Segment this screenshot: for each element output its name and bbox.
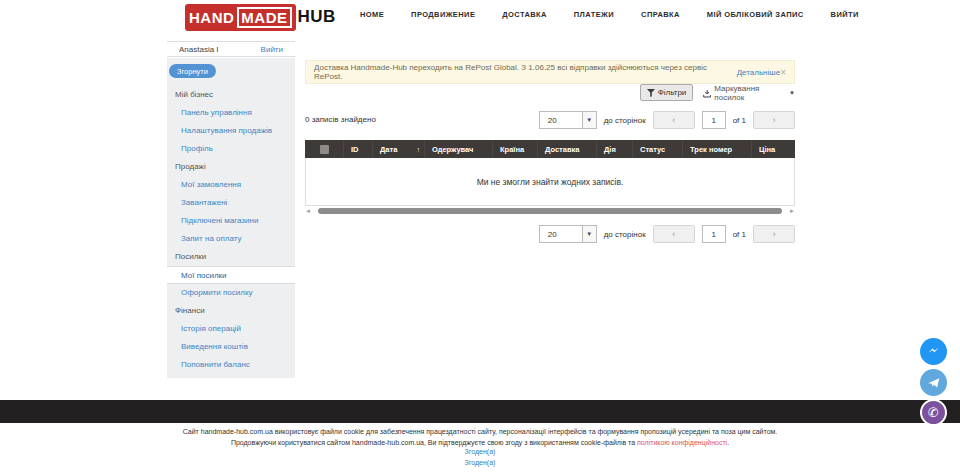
sidebar: Згорнути Мій бізнес Панель управління На… bbox=[167, 58, 295, 378]
pagination-top: 20 ▼ до сторінок ‹ of 1 › bbox=[539, 110, 795, 130]
sidebar-item-my-orders[interactable]: Мої замовлення bbox=[167, 176, 295, 194]
funnel-icon bbox=[647, 89, 655, 97]
scroll-right-icon[interactable]: ► bbox=[789, 208, 795, 214]
table-empty-state: Ми не змогли знайти жодних записів. bbox=[305, 158, 795, 206]
sidebar-item-payment-request[interactable]: Запит на оплату bbox=[167, 230, 295, 248]
parcel-marking-menu[interactable]: Маркування посилок ▼ bbox=[703, 85, 795, 101]
cookie-agree-link-1[interactable]: Згоден(а) bbox=[0, 448, 960, 455]
sidebar-item-dashboard[interactable]: Панель управління bbox=[167, 104, 295, 122]
column-id[interactable]: ID bbox=[344, 140, 373, 158]
logo-made-text: MADE bbox=[237, 7, 291, 28]
horizontal-scrollbar: ◄ ► bbox=[305, 207, 795, 215]
parcels-table-header: ID Дата↑ Одержувач Країна Доставка Дія С… bbox=[305, 140, 795, 158]
page-number-input[interactable] bbox=[702, 111, 726, 129]
table-header-checkbox-cell bbox=[305, 140, 344, 158]
cookie-line2-suffix: . bbox=[727, 439, 729, 446]
sort-asc-icon: ↑ bbox=[417, 146, 421, 153]
sidebar-item-profile[interactable]: Профіль bbox=[167, 140, 295, 158]
select-all-checkbox[interactable] bbox=[320, 145, 329, 154]
sidebar-item-my-parcels[interactable]: Мої посилки bbox=[167, 266, 295, 284]
messenger-icon[interactable] bbox=[920, 338, 947, 365]
filters-button-label: Фільтри bbox=[658, 88, 687, 97]
sidebar-section-parcels: Посилки bbox=[167, 248, 295, 266]
banner-close-icon[interactable]: × bbox=[780, 67, 786, 78]
page-of-label: of 1 bbox=[733, 116, 746, 125]
main-content: Доставка Handmade-Hub переходить на RePo… bbox=[305, 0, 795, 400]
viber-phone-icon: ✆ bbox=[928, 406, 939, 419]
banner-text: Доставка Handmade-Hub переходить на RePo… bbox=[314, 63, 734, 81]
viber-icon[interactable]: ✆ bbox=[920, 399, 947, 426]
sidebar-item-operations-history[interactable]: Історія операцій bbox=[167, 320, 295, 338]
logo-hand-text: HAND bbox=[189, 9, 234, 26]
page-of-label-bottom: of 1 bbox=[733, 230, 746, 239]
next-page-button-bottom[interactable]: › bbox=[753, 225, 795, 243]
sidebar-item-withdraw-funds[interactable]: Виведення коштів bbox=[167, 338, 295, 356]
empty-message: Ми не змогли знайти жодних записів. bbox=[477, 177, 624, 187]
sidebar-item-uploaded[interactable]: Завантажені bbox=[167, 194, 295, 212]
next-page-button[interactable]: › bbox=[753, 111, 795, 129]
footer-dark-bar bbox=[0, 400, 960, 423]
cookie-agree-link-2[interactable]: Згоден(а) bbox=[0, 459, 960, 466]
messenger-bolt-icon bbox=[926, 344, 941, 359]
page-size-select[interactable]: 20 ▼ bbox=[539, 111, 597, 129]
cookie-notice-line1: Сайт handmade-hub.com.ua використовує фа… bbox=[0, 427, 960, 438]
privacy-policy-link[interactable]: політикою конфіденційності bbox=[637, 439, 727, 446]
column-date[interactable]: Дата↑ bbox=[373, 140, 425, 158]
column-recipient[interactable]: Одержувач bbox=[425, 140, 493, 158]
collapse-sidebar-button[interactable]: Згорнути bbox=[169, 64, 216, 78]
column-date-label: Дата bbox=[380, 145, 397, 154]
sidebar-item-top-up-balance[interactable]: Поповнити баланс bbox=[167, 356, 295, 374]
parcel-marking-label: Маркування посилок bbox=[714, 84, 786, 102]
user-bar: Anastasia I Вийти bbox=[167, 41, 295, 57]
cookie-notice-line2: Продовжуючи користуватися сайтом handmad… bbox=[0, 438, 960, 449]
records-count: 0 записів знайдено bbox=[305, 115, 376, 124]
column-track-number[interactable]: Трек номер bbox=[683, 140, 752, 158]
pagination-bottom: 20 ▼ до сторінок ‹ of 1 › bbox=[539, 224, 795, 244]
sidebar-item-create-parcel[interactable]: Оформити посилку bbox=[167, 284, 295, 302]
logout-link[interactable]: Вийти bbox=[261, 45, 283, 54]
column-price[interactable]: Ціна bbox=[752, 140, 795, 158]
page-size-value: 20 bbox=[540, 112, 582, 128]
sidebar-section-my-business: Мій бізнес bbox=[167, 86, 295, 104]
page-size-select-bottom[interactable]: 20 ▼ bbox=[539, 225, 597, 243]
scrollbar-thumb[interactable] bbox=[318, 208, 782, 214]
sidebar-section-sales: Продажі bbox=[167, 158, 295, 176]
banner-details-link[interactable]: Детальніше bbox=[737, 68, 781, 77]
per-page-label-bottom: до сторінок bbox=[604, 230, 646, 239]
page-number-input-bottom[interactable] bbox=[702, 225, 726, 243]
column-status[interactable]: Статус bbox=[633, 140, 683, 158]
prev-page-button-bottom[interactable]: ‹ bbox=[653, 225, 695, 243]
nav-logout[interactable]: ВИЙТИ bbox=[831, 10, 859, 19]
download-tray-icon bbox=[703, 89, 711, 98]
select-caret-icon: ▼ bbox=[582, 112, 596, 128]
user-name: Anastasia I bbox=[179, 45, 219, 54]
column-action[interactable]: Дія bbox=[597, 140, 633, 158]
column-country[interactable]: Країна bbox=[493, 140, 538, 158]
cookie-line2-prefix: Продовжуючи користуватися сайтом handmad… bbox=[231, 439, 637, 446]
prev-page-button[interactable]: ‹ bbox=[653, 111, 695, 129]
logo-red-box: HAND MADE bbox=[185, 4, 296, 31]
repost-notice-banner: Доставка Handmade-Hub переходить на RePo… bbox=[305, 60, 795, 84]
scrollbar-track[interactable] bbox=[311, 208, 789, 214]
sidebar-section-finances: Фінанси bbox=[167, 302, 295, 320]
per-page-label: до сторінок bbox=[604, 116, 646, 125]
telegram-icon[interactable] bbox=[920, 369, 947, 396]
sidebar-item-sales-settings[interactable]: Налаштування продажів bbox=[167, 122, 295, 140]
select-caret-icon-bottom: ▼ bbox=[582, 226, 596, 242]
filters-button[interactable]: Фільтри bbox=[640, 84, 693, 101]
sidebar-item-connected-shops[interactable]: Підключені магазини bbox=[167, 212, 295, 230]
telegram-plane-icon bbox=[927, 376, 941, 390]
chevron-down-icon: ▼ bbox=[789, 90, 795, 96]
cookie-notice: Сайт handmade-hub.com.ua використовує фа… bbox=[0, 427, 960, 448]
page-size-value-bottom: 20 bbox=[540, 226, 582, 242]
column-delivery[interactable]: Доставка bbox=[538, 140, 597, 158]
